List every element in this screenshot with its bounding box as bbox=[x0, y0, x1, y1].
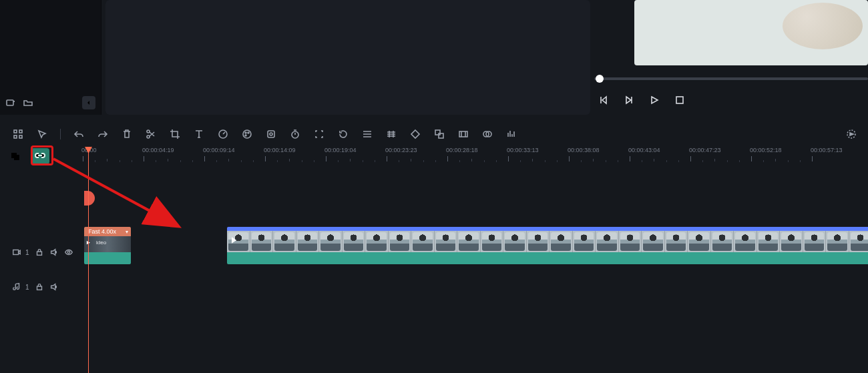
ruler-label: 00:00:23:23 bbox=[385, 147, 417, 153]
filmstrip-frame bbox=[319, 231, 343, 252]
filmstrip-frame bbox=[550, 231, 573, 252]
filmstrip-frame bbox=[619, 231, 642, 252]
playhead[interactable] bbox=[88, 147, 89, 373]
mute-icon[interactable] bbox=[49, 282, 59, 292]
mask-icon[interactable] bbox=[481, 128, 493, 140]
video-track-controls: 1 bbox=[0, 243, 84, 262]
lock-icon[interactable] bbox=[35, 248, 44, 257]
svg-rect-5 bbox=[19, 135, 22, 138]
svg-point-6 bbox=[147, 130, 150, 133]
visibility-icon[interactable] bbox=[64, 248, 73, 257]
clip-audio-wave bbox=[227, 252, 868, 264]
svg-rect-2 bbox=[14, 130, 17, 133]
play-forward-button[interactable] bbox=[624, 95, 634, 105]
media-panel bbox=[0, 0, 101, 115]
keyframe-icon[interactable] bbox=[409, 128, 421, 140]
audio-track-icon bbox=[12, 282, 21, 292]
focus-icon[interactable] bbox=[313, 128, 325, 140]
svg-rect-1 bbox=[676, 97, 683, 103]
frame-icon[interactable] bbox=[457, 128, 469, 140]
filmstrip-frame bbox=[481, 231, 504, 252]
cursor-tool-icon[interactable] bbox=[36, 128, 48, 140]
svg-point-12 bbox=[245, 135, 246, 136]
filmstrip-frame bbox=[435, 231, 458, 252]
filmstrip-frame bbox=[273, 231, 296, 252]
timeline-clip-main[interactable] bbox=[227, 227, 868, 264]
track-layers-icon[interactable] bbox=[0, 147, 31, 165]
play-button[interactable] bbox=[649, 95, 660, 105]
filmstrip-frame bbox=[389, 231, 412, 252]
timeline-body: 1 1 bbox=[0, 165, 868, 373]
workspace-panel bbox=[105, 0, 590, 115]
filmstrip-frame bbox=[411, 231, 435, 252]
filmstrip-frame bbox=[642, 231, 665, 252]
crop-icon[interactable] bbox=[169, 128, 181, 140]
clip-filmstrip bbox=[227, 231, 868, 252]
svg-rect-27 bbox=[37, 286, 41, 290]
group-icon[interactable] bbox=[433, 128, 445, 140]
audio-track-index: 1 bbox=[25, 284, 29, 291]
filmstrip-frame bbox=[527, 231, 550, 252]
new-item-icon[interactable] bbox=[5, 97, 16, 108]
auto-ripple-link-button[interactable] bbox=[31, 148, 49, 164]
svg-rect-25 bbox=[37, 252, 41, 255]
filmstrip-frame bbox=[849, 231, 869, 252]
render-icon[interactable] bbox=[845, 128, 857, 140]
clip-name: ideo bbox=[96, 240, 106, 246]
ruler-label: 00:00:04:19 bbox=[142, 147, 174, 153]
split-icon[interactable] bbox=[145, 128, 157, 140]
ruler-label: 00:00:09:14 bbox=[203, 147, 235, 153]
delete-icon[interactable] bbox=[121, 128, 133, 140]
filmstrip-frame bbox=[711, 231, 734, 252]
svg-rect-3 bbox=[19, 130, 22, 133]
svg-rect-24 bbox=[13, 250, 19, 255]
redo-icon[interactable] bbox=[97, 128, 109, 140]
filmstrip-frame bbox=[803, 231, 827, 252]
stop-button[interactable] bbox=[674, 95, 685, 105]
clip-audio-wave bbox=[84, 252, 131, 264]
apps-icon[interactable] bbox=[12, 128, 24, 140]
player-preview[interactable] bbox=[634, 0, 868, 65]
undo-icon[interactable] bbox=[73, 128, 85, 140]
filmstrip-frame bbox=[227, 231, 250, 252]
ruler-label: 00:00:14:09 bbox=[264, 147, 296, 153]
prev-frame-button[interactable] bbox=[598, 95, 609, 105]
collapse-panel-button[interactable] bbox=[82, 96, 95, 109]
player-seekbar[interactable] bbox=[594, 77, 868, 80]
timeline-ruler[interactable]: 00:0000:00:04:1900:00:09:1400:00:14:0900… bbox=[83, 147, 868, 165]
audio-mix-icon[interactable] bbox=[505, 128, 517, 140]
filmstrip-frame bbox=[296, 231, 320, 252]
ruler-label: 00:00:28:18 bbox=[446, 147, 478, 153]
lock-icon[interactable] bbox=[35, 282, 44, 292]
speed-icon[interactable] bbox=[217, 128, 229, 140]
timeline-toolbar bbox=[0, 124, 868, 144]
svg-rect-4 bbox=[14, 135, 17, 138]
filmstrip-frame bbox=[757, 231, 781, 252]
audio-track-controls: 1 bbox=[0, 278, 84, 296]
filmstrip-frame bbox=[780, 231, 803, 252]
filmstrip-frame bbox=[826, 231, 849, 252]
clip-speed-badge[interactable]: Fast 4.00x bbox=[84, 227, 131, 236]
rotate-icon[interactable] bbox=[337, 128, 349, 140]
track-icon[interactable] bbox=[385, 128, 397, 140]
ruler-label: 00:00:33:13 bbox=[507, 147, 539, 153]
filmstrip-frame bbox=[734, 231, 757, 252]
align-icon[interactable] bbox=[361, 128, 373, 140]
ruler-label: 00:00:38:08 bbox=[568, 147, 600, 153]
timer-icon[interactable] bbox=[289, 128, 301, 140]
svg-point-26 bbox=[67, 251, 70, 254]
svg-point-9 bbox=[243, 130, 251, 138]
clip-speed-label: Fast 4.00x bbox=[88, 228, 116, 235]
color-icon[interactable] bbox=[241, 128, 253, 140]
video-track-index: 1 bbox=[25, 249, 29, 256]
new-folder-icon[interactable] bbox=[23, 97, 33, 108]
svg-rect-17 bbox=[439, 133, 443, 138]
text-icon[interactable] bbox=[193, 128, 205, 140]
player-panel bbox=[594, 0, 868, 115]
svg-point-7 bbox=[147, 135, 150, 138]
mute-icon[interactable] bbox=[49, 248, 59, 257]
video-track-icon bbox=[12, 248, 21, 257]
timeline-clip-speed[interactable]: Fast 4.00x ▸ ideo bbox=[84, 227, 131, 264]
effects-icon[interactable] bbox=[265, 128, 277, 140]
filmstrip-frame bbox=[573, 231, 596, 252]
